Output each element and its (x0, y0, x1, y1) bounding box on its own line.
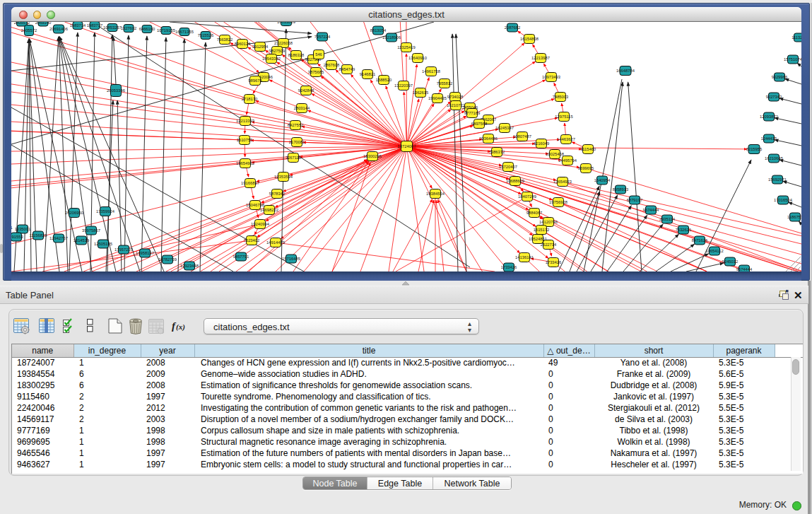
svg-text:8960124: 8960124 (235, 42, 251, 46)
svg-text:2170081: 2170081 (289, 140, 305, 144)
svg-text:8471626: 8471626 (692, 238, 708, 243)
svg-text:9674444: 9674444 (643, 208, 659, 212)
svg-text:7623402: 7623402 (244, 238, 260, 243)
svg-text:9245012: 9245012 (722, 259, 739, 264)
svg-text:12213393: 12213393 (236, 119, 254, 123)
svg-text:10853257: 10853257 (103, 25, 122, 30)
svg-text:19756928: 19756928 (549, 200, 567, 204)
svg-text:(x): (x) (176, 322, 185, 332)
svg-text:7955812: 7955812 (437, 81, 453, 86)
svg-text:6216049: 6216049 (534, 141, 550, 146)
svg-text:15751074: 15751074 (784, 57, 801, 62)
svg-text:14495794: 14495794 (558, 158, 577, 163)
svg-text:19654962: 19654962 (236, 161, 254, 165)
svg-text:9227343: 9227343 (766, 95, 782, 99)
svg-text:17957225: 17957225 (114, 247, 133, 252)
svg-text:1588520: 1588520 (376, 78, 392, 82)
svg-text:7632621: 7632621 (676, 228, 692, 232)
svg-text:9699695: 9699695 (578, 166, 594, 170)
svg-text:20691406: 20691406 (49, 27, 68, 31)
svg-text:1113264: 1113264 (792, 35, 801, 40)
svg-text:10719155: 10719155 (157, 28, 175, 33)
svg-text:2803144: 2803144 (294, 106, 310, 110)
svg-text:1362615: 1362615 (413, 90, 429, 95)
svg-text:10025458: 10025458 (546, 152, 564, 156)
svg-text:10543392: 10543392 (262, 57, 281, 61)
svg-text:2069140: 2069140 (35, 22, 52, 25)
svg-text:1610755: 1610755 (237, 138, 253, 142)
svg-text:3912954: 3912954 (252, 45, 269, 49)
svg-text:1983714: 1983714 (70, 23, 86, 28)
svg-text:12353594: 12353594 (274, 175, 293, 179)
svg-text:9827509: 9827509 (269, 49, 286, 53)
svg-text:16154808: 16154808 (520, 37, 539, 41)
svg-text:7485003: 7485003 (553, 95, 569, 99)
svg-text:14120746: 14120746 (539, 220, 558, 224)
svg-text:2522714: 2522714 (541, 243, 557, 247)
svg-text:16210645: 16210645 (765, 156, 783, 160)
svg-text:1327602: 1327602 (121, 26, 137, 30)
svg-text:9146821: 9146821 (360, 72, 376, 76)
svg-text:13220397: 13220397 (394, 83, 413, 88)
svg-text:19384554: 19384554 (426, 192, 445, 196)
svg-text:7663822: 7663822 (217, 37, 233, 42)
svg-text:6497568: 6497568 (471, 122, 488, 126)
svg-text:39975867: 39975867 (82, 228, 100, 233)
svg-text:13640910: 13640910 (408, 56, 427, 60)
svg-text:1983717: 1983717 (87, 23, 103, 28)
svg-text:16782759: 16782759 (158, 257, 177, 262)
svg-text:10688609: 10688609 (506, 179, 524, 183)
svg-text:10654112: 10654112 (705, 249, 723, 253)
svg-text:18407249: 18407249 (518, 194, 536, 199)
svg-text:1314519: 1314519 (73, 238, 90, 243)
svg-text:14914479: 14914479 (266, 240, 285, 245)
svg-text:12975115: 12975115 (555, 115, 572, 119)
svg-text:1640954: 1640954 (594, 178, 611, 182)
svg-text:1733426: 1733426 (501, 265, 517, 269)
svg-text:2405572: 2405572 (14, 22, 30, 25)
svg-text:14961758: 14961758 (422, 69, 440, 74)
svg-text:14698222: 14698222 (260, 208, 278, 212)
svg-text:16033809: 16033809 (277, 22, 295, 24)
svg-text:9734028: 9734028 (447, 95, 464, 99)
svg-text:9777169: 9777169 (464, 111, 481, 115)
svg-text:8813054: 8813054 (370, 28, 387, 33)
svg-text:17016504: 17016504 (774, 198, 793, 202)
svg-text:9329966: 9329966 (772, 75, 788, 79)
svg-text:2935114: 2935114 (659, 217, 676, 221)
svg-text:17359924: 17359924 (96, 209, 115, 214)
svg-text:1244415: 1244415 (761, 136, 777, 141)
svg-text:1335001: 1335001 (15, 227, 31, 231)
svg-text:3267110: 3267110 (286, 156, 301, 160)
svg-text:3875685: 3875685 (308, 70, 324, 74)
svg-text:15692971: 15692971 (768, 177, 787, 182)
svg-text:16648784: 16648784 (616, 69, 635, 73)
svg-text:15720407: 15720407 (499, 165, 517, 169)
svg-text:23226058: 23226058 (274, 41, 293, 45)
svg-text:1186753: 1186753 (787, 215, 801, 219)
svg-text:933001: 933001 (11, 226, 13, 230)
svg-text:19904435: 19904435 (428, 96, 447, 100)
svg-text:10807487: 10807487 (513, 134, 531, 139)
svg-text:391553: 391553 (11, 235, 23, 239)
svg-text:1615172: 1615172 (534, 228, 550, 232)
svg-text:13654923: 13654923 (553, 180, 572, 184)
svg-text:12505135: 12505135 (94, 242, 112, 246)
svg-text:8427552: 8427552 (288, 123, 304, 127)
svg-text:2718170: 2718170 (242, 97, 258, 101)
svg-text:12093872: 12093872 (760, 115, 778, 119)
svg-text:20364486: 20364486 (479, 136, 498, 141)
svg-text:546: 546 (315, 52, 322, 57)
svg-text:12213987: 12213987 (531, 56, 550, 60)
svg-text:8454749: 8454749 (339, 67, 355, 71)
svg-text:7386372: 7386372 (489, 150, 505, 154)
svg-text:12942757: 12942757 (49, 236, 68, 240)
svg-text:26206950: 26206950 (65, 211, 83, 215)
svg-text:12923448: 12923448 (180, 264, 199, 268)
svg-text:6879197: 6879197 (627, 198, 643, 202)
svg-text:14958137: 14958137 (136, 251, 154, 255)
svg-text:19218906: 19218906 (382, 35, 401, 40)
svg-text:7515526: 7515526 (198, 33, 214, 37)
svg-text:7357224: 7357224 (314, 35, 331, 39)
svg-text:16046798: 16046798 (246, 203, 264, 207)
